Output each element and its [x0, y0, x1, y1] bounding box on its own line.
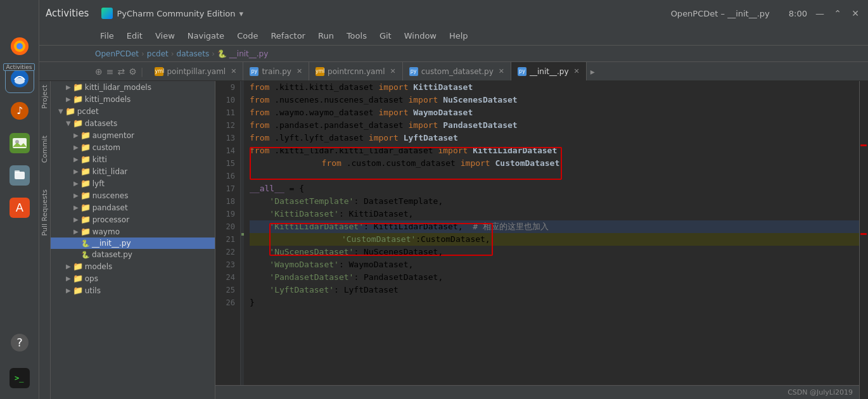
menu-run[interactable]: Run [313, 28, 339, 43]
editor-area: 9 10 11 12 13 14 15 16 17 18 19 20 21 22… [215, 81, 859, 399]
files-icon[interactable] [5, 161, 34, 190]
menu-edit[interactable]: Edit [122, 28, 148, 43]
tab-toolbar-list-icon[interactable]: ≡ [106, 66, 114, 77]
menu-view[interactable]: View [150, 28, 180, 43]
tree-item-pcdet[interactable]: ▼ 📁 pcdet [51, 105, 215, 117]
menu-code[interactable]: Code [232, 28, 263, 43]
tab-close-pointrcnn[interactable]: ✕ [390, 67, 395, 75]
arrow-icon: ▶ [66, 84, 71, 91]
tab-close-init[interactable]: ✕ [574, 67, 580, 75]
tree-item-custom[interactable]: ▶ 📁 custom [51, 141, 215, 153]
tab-bar: ⊕ ≡ ⇄ ⚙ | yml pointpillar.yaml ✕ py trai… [39, 62, 868, 81]
breadcrumb-init[interactable]: 🐍 __init__.py [217, 49, 268, 58]
tab-overflow-icon[interactable]: ▸ [587, 62, 599, 80]
minimize-button[interactable]: — [814, 7, 826, 20]
tree-item-dataset-py[interactable]: 🐍 dataset.py [51, 249, 215, 260]
maximize-button[interactable]: ⌃ [831, 7, 844, 20]
folder-icon: 📁 [80, 155, 91, 164]
tree-item-kitti-lidar-models[interactable]: ▶ 📁 kitti_lidar_models [51, 81, 215, 93]
folder-icon: 📁 [80, 215, 91, 224]
code-line-11: from .waymo.waymo_dataset import WaymoDa… [250, 106, 859, 119]
code-line-21: 'CustomDataset':CustomDataset, [250, 233, 859, 246]
tree-label: lyft [93, 179, 105, 188]
tree-label: kitti_lidar_models [85, 83, 151, 92]
tab-close-custom-dataset[interactable]: ✕ [499, 67, 504, 75]
tree-item-kitti-models[interactable]: ▶ 📁 kitti_models [51, 93, 215, 105]
activities-label[interactable]: Activities [46, 8, 89, 19]
menu-help[interactable]: Help [444, 28, 473, 43]
tree-item-kitti-lidar[interactable]: ▶ 📁 kitti_lidar [51, 165, 215, 177]
music-icon[interactable]: ♪ [5, 96, 34, 125]
tab-label-init: __init__.py [530, 67, 569, 76]
breadcrumb-sep-2: › [171, 49, 174, 58]
image-viewer-icon[interactable] [5, 129, 34, 158]
tab-pointrcnn[interactable]: yml pointrcnn.yaml ✕ [309, 62, 403, 80]
tree-item-waymo[interactable]: ▶ 📁 waymo [51, 225, 215, 238]
help-icon[interactable]: ? [5, 328, 34, 357]
app-sidebar: Activities ♪ A ? [0, 0, 39, 399]
folder-icon: 📁 [73, 286, 83, 295]
terminal-icon[interactable]: >_ [5, 364, 34, 393]
tree-item-models[interactable]: ▶ 📁 models [51, 260, 215, 272]
top-bar-right: OpenPCDet – __init__.py 8:00 — ⌃ ✕ [671, 7, 862, 20]
line-num-15: 15 [220, 157, 235, 170]
tree-label: dataset.py [92, 250, 132, 259]
panel-commit[interactable]: Commit [39, 132, 50, 167]
breadcrumb-pcdet[interactable]: pcdet [147, 49, 169, 58]
file-tree: ▶ 📁 kitti_lidar_models ▶ 📁 kitti_models … [51, 81, 215, 399]
clock: 8:00 [789, 9, 807, 18]
menu-tools[interactable]: Tools [341, 28, 372, 43]
code-line-25: 'LyftDataset': LyftDataset [250, 284, 859, 296]
tab-close-pointpillar[interactable]: ✕ [231, 67, 236, 75]
folder-icon: 📁 [73, 274, 83, 283]
tab-toolbar-settings-icon[interactable]: ⚙ [129, 66, 137, 77]
code-line-18: 'DatasetTemplate': DatasetTemplate, [250, 195, 859, 208]
menu-refactor[interactable]: Refactor [265, 28, 310, 43]
tree-item-datasets[interactable]: ▼ 📁 datasets [51, 117, 215, 129]
tree-item-init-py[interactable]: 🐍 __init__.py [51, 238, 215, 249]
panel-pull-requests[interactable]: Pull Requests [39, 186, 50, 239]
tree-item-nuscenes[interactable]: ▶ 📁 nuscenes [51, 189, 215, 201]
tab-close-train[interactable]: ✕ [297, 67, 302, 75]
line-num-25: 25 [220, 284, 235, 296]
tree-item-kitti[interactable]: ▶ 📁 kitti [51, 153, 215, 165]
tree-label: kitti_models [85, 95, 131, 104]
tab-pointpillar[interactable]: yml pointpillar.yaml ✕ [148, 62, 243, 80]
line-num-12: 12 [220, 119, 235, 132]
tree-item-utils[interactable]: ▶ 📁 utils [51, 284, 215, 296]
tree-item-ops[interactable]: ▶ 📁 ops [51, 272, 215, 284]
line-num-18: 18 [220, 195, 235, 208]
line-num-10: 10 [220, 94, 235, 106]
tab-train[interactable]: py train.py ✕ [243, 62, 309, 80]
panel-project[interactable]: Project [39, 81, 50, 113]
close-button[interactable]: ✕ [849, 7, 862, 20]
scroll-marker-error-2 [860, 233, 867, 235]
tree-item-lyft[interactable]: ▶ 📁 lyft [51, 177, 215, 189]
menu-window[interactable]: Window [399, 28, 442, 43]
thunderbird-icon[interactable]: Activities [5, 64, 34, 93]
line-num-19: 19 [220, 208, 235, 220]
breadcrumb-openpcdet[interactable]: OpenPCDet [95, 49, 139, 58]
window-controls: — ⌃ ✕ [814, 7, 862, 20]
menu-git[interactable]: Git [374, 28, 397, 43]
tab-toolbar-split-icon[interactable]: ⇄ [117, 66, 125, 77]
breadcrumb-bar: OpenPCDet › pcdet › datasets › 🐍 __init_… [39, 46, 868, 62]
folder-icon: 📁 [65, 106, 75, 116]
tree-item-pandaset[interactable]: ▶ 📁 pandaset [51, 201, 215, 213]
tab-custom-dataset[interactable]: py custom_dataset.py ✕ [403, 62, 511, 80]
tree-item-processor[interactable]: ▶ 📁 processor [51, 213, 215, 225]
tree-item-augmentor[interactable]: ▶ 📁 augmentor [51, 129, 215, 141]
svg-text:?: ? [16, 336, 23, 349]
menu-file[interactable]: File [95, 28, 119, 43]
breadcrumb-datasets[interactable]: datasets [177, 49, 210, 58]
line-num-23: 23 [220, 258, 235, 271]
tab-toolbar-globe-icon[interactable]: ⊕ [95, 66, 103, 77]
download-icon[interactable]: A [5, 193, 34, 222]
top-bar-left: Activities PyCharm Community Edition ▾ [46, 8, 243, 19]
firefox-icon[interactable] [5, 32, 34, 61]
menu-navigate[interactable]: Navigate [182, 28, 229, 43]
tab-init[interactable]: py __init__.py ✕ [511, 62, 587, 80]
code-editor[interactable]: from .kitti.kitti_dataset import KittiDa… [245, 81, 859, 385]
folder-icon: 📁 [80, 142, 91, 152]
pycharm-dropdown-icon[interactable]: ▾ [239, 9, 244, 18]
